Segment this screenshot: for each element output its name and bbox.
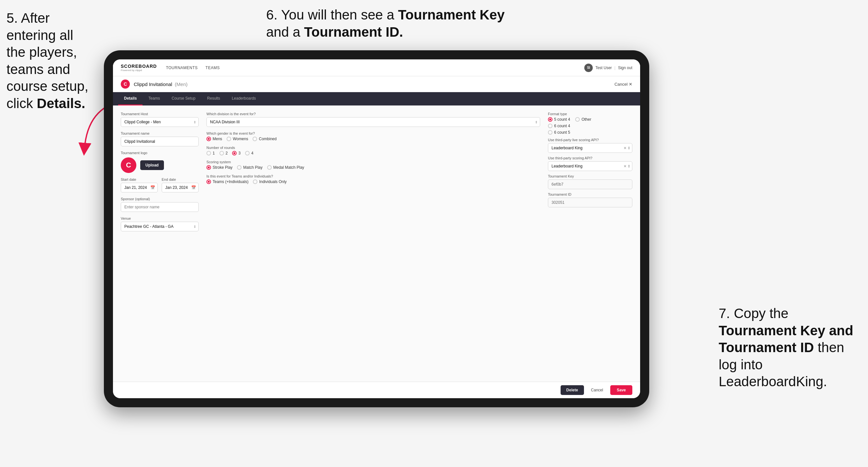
- calendar-icon: 📅: [150, 185, 155, 190]
- gender-combined[interactable]: Combined: [252, 136, 277, 141]
- tournament-host-group: Tournament Host ⇕: [121, 112, 199, 127]
- teams-plus-radio[interactable]: [207, 180, 211, 184]
- tournament-host-input[interactable]: [121, 117, 199, 127]
- nav-right: SI Test User | Sign out: [584, 64, 632, 72]
- rounds-2[interactable]: 2: [219, 151, 228, 155]
- gender-womens-label: Womens: [233, 136, 248, 141]
- teams-plus-individuals[interactable]: Teams (+Individuals): [207, 180, 248, 184]
- third-party-api-input[interactable]: [548, 161, 632, 171]
- teams-label: Is this event for Teams and/or Individua…: [207, 174, 540, 178]
- format-other-radio[interactable]: [575, 117, 580, 122]
- scoring-stroke-radio[interactable]: [207, 165, 211, 170]
- format-6count5[interactable]: 6 count 5: [548, 130, 570, 135]
- rounds-1-label: 1: [213, 151, 215, 155]
- scoring-stroke-label: Stroke Play: [213, 165, 232, 170]
- third-party-live-input[interactable]: [548, 143, 632, 153]
- tab-leaderboards[interactable]: Leaderboards: [226, 92, 261, 105]
- footer: Delete Cancel Save: [113, 382, 640, 398]
- delete-button[interactable]: Delete: [561, 385, 584, 395]
- format-radio-section: 5 count 4 Other 6 count 4: [548, 117, 632, 135]
- rounds-3[interactable]: 3: [232, 151, 241, 155]
- tournament-id-label: Tournament ID: [548, 192, 632, 196]
- individuals-only-radio[interactable]: [253, 180, 257, 184]
- tournament-id-input[interactable]: [548, 198, 632, 207]
- gender-combined-radio[interactable]: [252, 136, 257, 141]
- gender-label: Which gender is the event for?: [207, 131, 540, 135]
- end-date-label: End date: [162, 178, 199, 181]
- brand-subtitle: Powered by clippd: [121, 69, 157, 72]
- tournament-name-input[interactable]: [121, 136, 199, 146]
- calendar-end-icon: 📅: [191, 185, 196, 190]
- scoring-match[interactable]: Match Play: [237, 165, 262, 170]
- format-6count4-radio[interactable]: [548, 124, 553, 128]
- gender-womens-radio[interactable]: [226, 136, 231, 141]
- cancel-button[interactable]: Cancel ✕: [615, 82, 632, 87]
- logo-circle: C: [121, 157, 136, 173]
- venue-group: Venue ⇕: [121, 216, 199, 231]
- scoring-medal-match[interactable]: Medal Match Play: [267, 165, 304, 170]
- format-group: Format type 5 count 4 Other: [548, 112, 632, 135]
- rounds-4[interactable]: 4: [245, 151, 253, 155]
- rounds-radio-group: 1 2 3 4: [207, 151, 540, 155]
- tournament-host-label: Tournament Host: [121, 112, 199, 116]
- gender-group: Which gender is the event for? Mens Wome…: [207, 131, 540, 141]
- start-date-group: Start date 📅: [121, 178, 158, 192]
- rounds-4-radio[interactable]: [245, 151, 250, 155]
- tournament-key-input[interactable]: [548, 180, 632, 189]
- third-party-live-label: Use third-party live scoring API?: [548, 138, 632, 142]
- tournament-key-group: Tournament Key: [548, 174, 632, 189]
- format-other[interactable]: Other: [575, 117, 591, 122]
- sponsor-input[interactable]: [121, 202, 199, 212]
- tournament-logo-group: Tournament logo C Upload: [121, 151, 199, 173]
- format-5count4-radio[interactable]: [548, 117, 553, 122]
- scoring-group: Scoring system Stroke Play Match Play: [207, 160, 540, 170]
- gender-womens[interactable]: Womens: [226, 136, 248, 141]
- upload-button[interactable]: Upload: [140, 160, 164, 170]
- instruction-step6: 6. You will then see a Tournament Key an…: [266, 6, 519, 40]
- avatar: SI: [584, 64, 593, 72]
- teams-group: Is this event for Teams and/or Individua…: [207, 174, 540, 184]
- gender-mens-radio[interactable]: [207, 136, 211, 141]
- rounds-3-label: 3: [238, 151, 241, 155]
- brand-title: SCOREBOARD: [121, 64, 157, 69]
- format-6count4[interactable]: 6 count 4: [548, 124, 570, 128]
- rounds-1[interactable]: 1: [207, 151, 215, 155]
- instruction-step7: 7. Copy the Tournament Key and Tournamen…: [719, 305, 858, 391]
- col-left: Tournament Host ⇕ Tournament name Tourna…: [121, 112, 199, 375]
- format-6count5-radio[interactable]: [548, 130, 553, 135]
- venue-input[interactable]: [121, 222, 199, 231]
- instruction-step5: 5. After entering all the players, teams…: [6, 10, 94, 112]
- tournament-name: Clippd Invitational (Men): [134, 82, 188, 87]
- division-input[interactable]: [207, 117, 540, 127]
- navbar: SCOREBOARD Powered by clippd TOURNAMENTS…: [113, 59, 640, 76]
- gender-mens-label: Mens: [213, 136, 222, 141]
- individuals-only[interactable]: Individuals Only: [253, 180, 287, 184]
- logo-area: C Upload: [121, 157, 199, 173]
- rounds-3-radio[interactable]: [232, 151, 237, 155]
- clear-third-party-live-button[interactable]: ✕ ⇕: [624, 146, 630, 150]
- scoring-match-radio[interactable]: [237, 165, 242, 170]
- format-5count4[interactable]: 5 count 4: [548, 117, 570, 122]
- scoring-medal-radio[interactable]: [267, 165, 272, 170]
- scoring-stroke[interactable]: Stroke Play: [207, 165, 232, 170]
- cancel-button[interactable]: Cancel: [587, 385, 607, 395]
- rounds-1-radio[interactable]: [207, 151, 211, 155]
- tab-details[interactable]: Details: [118, 92, 143, 105]
- tournament-logo-label: Tournament logo: [121, 151, 199, 155]
- format-6count5-label: 6 count 5: [554, 130, 570, 135]
- save-button[interactable]: Save: [610, 385, 632, 395]
- tab-course-setup[interactable]: Course Setup: [166, 92, 201, 105]
- gender-radio-group: Mens Womens Combined: [207, 136, 540, 141]
- rounds-2-radio[interactable]: [219, 151, 224, 155]
- nav-tournaments[interactable]: TOURNAMENTS: [166, 64, 198, 71]
- sign-out-link[interactable]: Sign out: [618, 66, 632, 70]
- tournament-header: C Clippd Invitational (Men) Cancel ✕: [113, 76, 640, 92]
- col-right: Format type 5 count 4 Other: [548, 112, 632, 375]
- nav-teams[interactable]: TEAMS: [206, 64, 220, 71]
- clear-third-party-api-button[interactable]: ✕ ⇕: [624, 164, 630, 168]
- sponsor-label: Sponsor (optional): [121, 197, 199, 201]
- gender-mens[interactable]: Mens: [207, 136, 222, 141]
- tab-teams[interactable]: Teams: [143, 92, 165, 105]
- rounds-4-label: 4: [251, 151, 253, 155]
- tab-results[interactable]: Results: [201, 92, 226, 105]
